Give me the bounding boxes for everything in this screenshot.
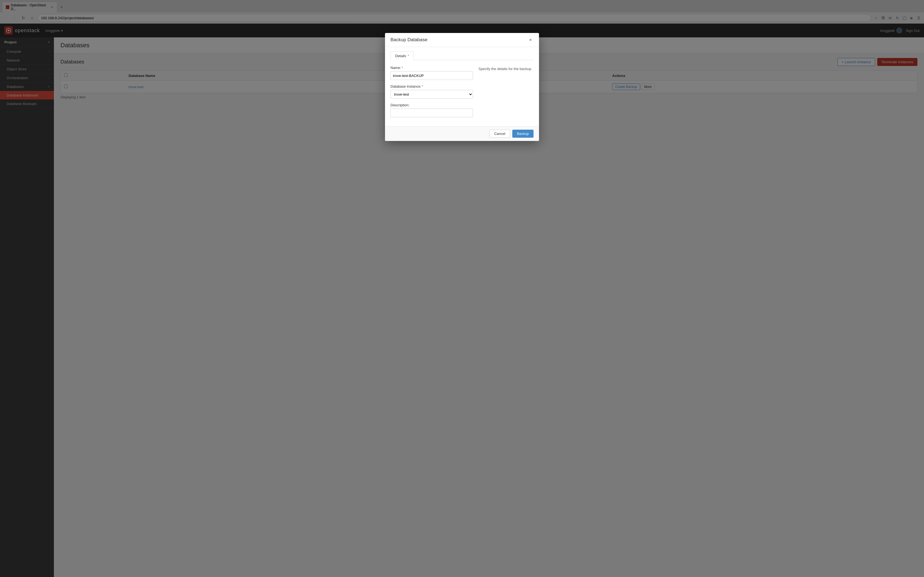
modal-header: Backup Database × bbox=[385, 33, 539, 47]
modal-overlay[interactable]: Backup Database × Details * Name:* bbox=[0, 0, 924, 577]
name-input[interactable] bbox=[391, 71, 473, 80]
form-group-name: Name:* bbox=[391, 66, 473, 80]
modal-title: Backup Database bbox=[391, 37, 427, 43]
name-label: Name:* bbox=[391, 66, 473, 70]
modal-footer: Cancel Backup bbox=[385, 126, 539, 141]
modal-body: Details * Name:* Database Instance:* bbox=[385, 47, 539, 126]
name-required-star: * bbox=[402, 66, 403, 70]
form-content: Name:* Database Instance:* trove-test bbox=[391, 66, 533, 122]
tab-details-label: Details bbox=[395, 54, 406, 58]
form-fields: Name:* Database Instance:* trove-test bbox=[391, 66, 473, 122]
description-label: Description: bbox=[391, 103, 473, 107]
db-instance-label: Database Instance:* bbox=[391, 84, 473, 89]
form-group-description: Description: bbox=[391, 103, 473, 117]
modal-close-button[interactable]: × bbox=[527, 37, 533, 43]
form-hint: Specify the details for the backup. bbox=[478, 66, 533, 122]
form-group-db-instance: Database Instance:* trove-test bbox=[391, 84, 473, 98]
db-instance-required-star: * bbox=[422, 84, 423, 89]
description-input[interactable] bbox=[391, 108, 473, 117]
modal-tabs: Details * bbox=[391, 52, 533, 60]
tab-required-star: * bbox=[407, 54, 409, 58]
db-instance-select[interactable]: trove-test bbox=[391, 90, 473, 98]
backup-database-modal: Backup Database × Details * Name:* bbox=[385, 33, 539, 141]
tab-details[interactable]: Details * bbox=[391, 52, 414, 60]
backup-button[interactable]: Backup bbox=[512, 130, 533, 138]
cancel-button[interactable]: Cancel bbox=[489, 130, 510, 138]
